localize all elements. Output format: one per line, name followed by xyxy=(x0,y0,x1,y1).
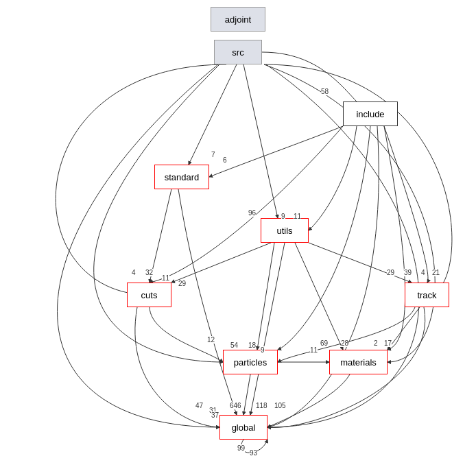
standard-label: standard xyxy=(165,172,200,182)
particles-node[interactable]: particles xyxy=(223,350,278,374)
track-node[interactable]: track xyxy=(405,283,449,307)
label-9b: 9 xyxy=(261,346,265,354)
utils-node[interactable]: utils xyxy=(261,218,309,243)
label-17: 17 xyxy=(384,339,392,347)
label-37: 37 xyxy=(211,411,219,419)
label-47: 47 xyxy=(195,402,203,409)
label-9: 9 xyxy=(281,213,285,220)
include-node[interactable]: include xyxy=(343,101,398,126)
materials-label: materials xyxy=(340,357,377,368)
label-32: 32 xyxy=(145,269,153,276)
include-label: include xyxy=(356,109,384,119)
label-69: 69 xyxy=(320,339,328,347)
label-18: 18 xyxy=(248,342,256,349)
label-11b: 11 xyxy=(162,274,169,282)
src-node[interactable]: src xyxy=(214,40,262,64)
label-105: 105 xyxy=(274,402,286,409)
global-node[interactable]: global xyxy=(219,415,267,440)
label-58: 58 xyxy=(321,88,329,95)
label-54: 54 xyxy=(230,342,238,349)
track-label: track xyxy=(417,290,436,300)
label-29b: 29 xyxy=(387,269,394,276)
label-6: 6 xyxy=(223,156,227,164)
label-28: 28 xyxy=(341,339,348,347)
materials-node[interactable]: materials xyxy=(329,350,388,374)
label-118: 118 xyxy=(256,402,267,409)
label-21: 21 xyxy=(432,269,440,276)
label-11c: 11 xyxy=(310,346,318,354)
label-4b: 4 xyxy=(421,269,425,276)
label-646: 646 xyxy=(230,402,241,409)
adjoint-label: adjoint xyxy=(225,14,251,25)
global-label: global xyxy=(232,422,256,433)
utils-label: utils xyxy=(276,226,292,236)
label-12: 12 xyxy=(207,336,215,344)
cuts-node[interactable]: cuts xyxy=(127,283,171,307)
particles-label: particles xyxy=(234,357,267,368)
label-39: 39 xyxy=(404,269,412,276)
label-93: 93 xyxy=(250,449,257,457)
cuts-label: cuts xyxy=(141,290,158,300)
graph-container: adjoint src include standard utils cuts … xyxy=(0,0,476,467)
src-label: src xyxy=(232,47,243,58)
label-4: 4 xyxy=(132,269,136,276)
label-96: 96 xyxy=(248,209,256,217)
label-7: 7 xyxy=(211,151,215,158)
label-2: 2 xyxy=(374,339,378,347)
label-29: 29 xyxy=(178,280,186,287)
adjoint-node[interactable]: adjoint xyxy=(211,7,265,32)
standard-node[interactable]: standard xyxy=(154,165,209,189)
label-11: 11 xyxy=(294,213,301,220)
graph-svg xyxy=(0,0,476,467)
label-99: 99 xyxy=(237,444,245,452)
